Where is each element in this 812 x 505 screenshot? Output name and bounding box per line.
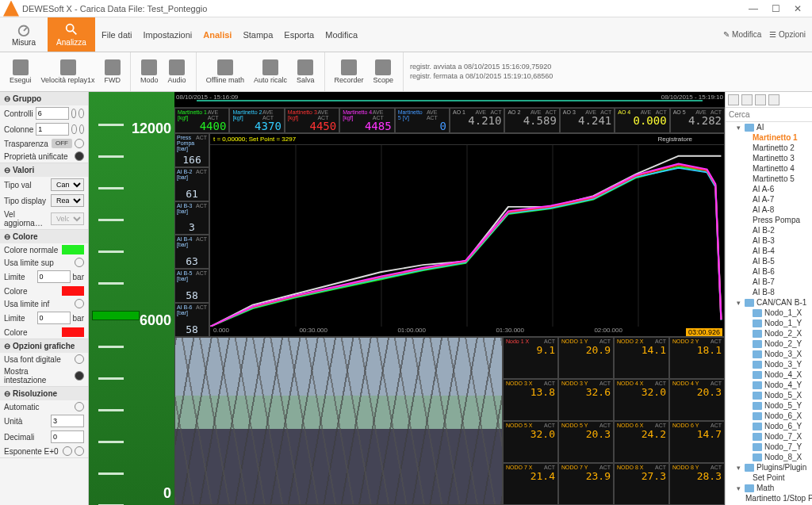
toggle-font[interactable] [75, 354, 84, 364]
tree-item[interactable]: Nodo_4_Y [726, 380, 812, 390]
tree-item[interactable]: AI A-6 [726, 184, 812, 194]
nodo-cell[interactable]: NODO 5 XACT32.0 [503, 421, 558, 463]
input-unita[interactable] [51, 415, 84, 427]
tree-item[interactable]: Nodo_8_X [726, 452, 812, 462]
nodo-cell[interactable]: NODO 1 YACT20.9 [558, 337, 614, 379]
tree-item[interactable]: Nodo_5_Y [726, 400, 812, 411]
toolbar-salva[interactable]: Salva [292, 58, 320, 86]
nodo-cell[interactable]: NODO 4 YACT20.3 [669, 379, 725, 421]
tree-item[interactable]: ▾Plugins/Plugin [726, 462, 812, 472]
maximize-button[interactable]: ☐ [764, 1, 787, 17]
select-tipodisp[interactable]: Reale [51, 194, 84, 207]
input-controlli[interactable] [36, 107, 69, 120]
numeric-cell[interactable]: AO 2AVE ACT4.589 [504, 108, 559, 133]
nodo-cell[interactable]: NODO 3 YACT32.6 [558, 379, 614, 421]
tree-item[interactable]: Press Pompa [726, 215, 812, 225]
nodo-cell[interactable]: Nodo 1 XACT9.1 [503, 337, 558, 379]
toolbar-esegui[interactable]: Esegui [5, 58, 36, 86]
numeric-cell[interactable]: Martinetto 5 [V]AVE ACT0 [395, 108, 450, 133]
tree-view-icon[interactable] [768, 94, 779, 105]
tree-item[interactable]: Martinetto 5 [726, 174, 812, 184]
tree-item[interactable]: AI B-2 [726, 225, 812, 235]
nodo-cell[interactable]: NODO 6 YACT14.7 [669, 421, 725, 463]
toggle-trasparenza[interactable]: OFF [52, 139, 72, 148]
numeric-cell[interactable]: Martinetto 1 [kgf]AVE ACT4400 [174, 108, 229, 133]
tree-item[interactable]: Nodo_5_X [726, 390, 812, 400]
input-colonne[interactable] [36, 123, 69, 136]
tree-item[interactable]: Martinetto 1 [726, 132, 812, 143]
select-tipoval[interactable]: Canale [51, 178, 84, 191]
modifica-link[interactable]: ✎ Modifica [723, 30, 761, 39]
tree-item[interactable]: AI B-6 [726, 266, 812, 277]
nodo-cell[interactable]: NODO 4 XACT32.0 [614, 379, 669, 421]
menu-stampa[interactable]: Stampa [243, 30, 273, 40]
spinner-icon[interactable] [63, 446, 72, 456]
tree-item[interactable]: Martinetto 3 [726, 153, 812, 163]
toolbar-recorder[interactable]: Recorder [330, 58, 369, 86]
section-gruppo[interactable]: ⊖ Gruppo [0, 92, 88, 105]
section-valori[interactable]: ⊖ Valori [0, 163, 88, 177]
menu-impostazioni[interactable]: Impostazioni [144, 30, 193, 40]
tree-item[interactable]: Nodo_1_X [726, 308, 812, 318]
bar-gauge[interactable]: 12000 6000 0 [89, 92, 174, 505]
toggle-intest[interactable] [75, 371, 84, 381]
side-meter[interactable]: Press Pompa [bar]ACT166 [174, 133, 209, 167]
tree-item[interactable]: ▾Math [726, 483, 812, 493]
tree-view-icon[interactable] [755, 94, 766, 105]
toolbar-fwd[interactable]: FWD [100, 58, 126, 86]
color-swatch[interactable] [62, 245, 84, 254]
input-decimali[interactable] [51, 430, 84, 443]
spinner-icon[interactable] [75, 446, 84, 456]
tree-item[interactable]: Nodo_4_X [726, 369, 812, 380]
side-meter[interactable]: AI B-3 [bar]ACT3 [174, 201, 209, 235]
tab-analizza[interactable]: Analizza [48, 17, 95, 52]
tree-item[interactable]: Nodo_3_Y [726, 359, 812, 369]
tab-misura[interactable]: Misura [0, 17, 48, 52]
search-input[interactable] [726, 108, 812, 121]
side-meter[interactable]: AI B-2 [bar]ACT61 [174, 167, 209, 201]
side-meter[interactable]: AI B-5 [bar]ACT58 [174, 269, 209, 303]
nodo-cell[interactable]: NODO 7 XACT21.4 [503, 463, 558, 505]
tree-item[interactable]: AI B-8 [726, 287, 812, 297]
menu-analisi[interactable]: Analisi [203, 30, 232, 40]
numeric-cell[interactable]: AO 5AVE ACT4.282 [670, 108, 725, 133]
overview-strip[interactable]: 08/10/2015 - 15:16:09 08/10/2015 - 15:19… [174, 92, 725, 108]
toolbar-scope[interactable]: Scope [369, 58, 399, 86]
menu-esporta[interactable]: Esporta [284, 30, 314, 40]
tree-item[interactable]: AI A-7 [726, 194, 812, 205]
toolbar-audio[interactable]: Audio [163, 58, 191, 86]
numeric-cell[interactable]: Martinetto 4 [kgf]AVE ACT4485 [339, 108, 394, 133]
tree-item[interactable]: AI B-3 [726, 235, 812, 246]
opzioni-link[interactable]: ☰ Opzioni [769, 30, 806, 39]
spinner-icon[interactable] [71, 109, 77, 118]
tree-item[interactable]: AI A-8 [726, 205, 812, 215]
tree-item[interactable]: AI B-4 [726, 246, 812, 256]
color-swatch[interactable] [62, 286, 84, 296]
tree-item[interactable]: Nodo_6_Y [726, 421, 812, 431]
spinner-icon[interactable] [71, 124, 76, 134]
tree-item[interactable]: Martinetto 2 [726, 143, 812, 153]
menu-file dati[interactable]: File dati [102, 30, 132, 40]
numeric-cell[interactable]: AO 4AVE ACT0.000 [615, 108, 669, 133]
tree-item[interactable]: AI B-5 [726, 256, 812, 266]
close-button[interactable]: ✕ [787, 1, 809, 17]
menu-modifica[interactable]: Modifica [325, 30, 358, 40]
toggle-liminf[interactable] [75, 299, 84, 308]
tree-view-icon[interactable] [728, 94, 739, 105]
tree-item[interactable]: Nodo_7_X [726, 431, 812, 442]
tree-item[interactable]: Nodo_3_X [726, 349, 812, 359]
tree-item[interactable]: ▾AI [726, 122, 812, 132]
numeric-cell[interactable]: Martinetto 3 [kgf]AVE ACT4450 [285, 108, 339, 133]
chevron-down-icon[interactable] [75, 139, 84, 148]
input-limsup[interactable] [37, 270, 71, 283]
nodo-cell[interactable]: NODO 2 YACT18.1 [669, 337, 725, 379]
tree-item[interactable]: Martinetto 1/Stop PID [726, 493, 812, 503]
nodo-cell[interactable]: NODO 6 XACT24.2 [614, 421, 669, 463]
tree-item[interactable]: Nodo_7_Y [726, 442, 812, 452]
nodo-cell[interactable]: NODO 3 XACT13.8 [503, 379, 558, 421]
toggle-limsup[interactable] [75, 258, 84, 267]
color-swatch[interactable] [62, 327, 84, 337]
side-meter[interactable]: AI B-6 [bar]ACT58 [174, 303, 209, 337]
spinner-icon[interactable] [79, 124, 84, 134]
nodo-cell[interactable]: NODO 8 YACT28.3 [669, 463, 725, 505]
